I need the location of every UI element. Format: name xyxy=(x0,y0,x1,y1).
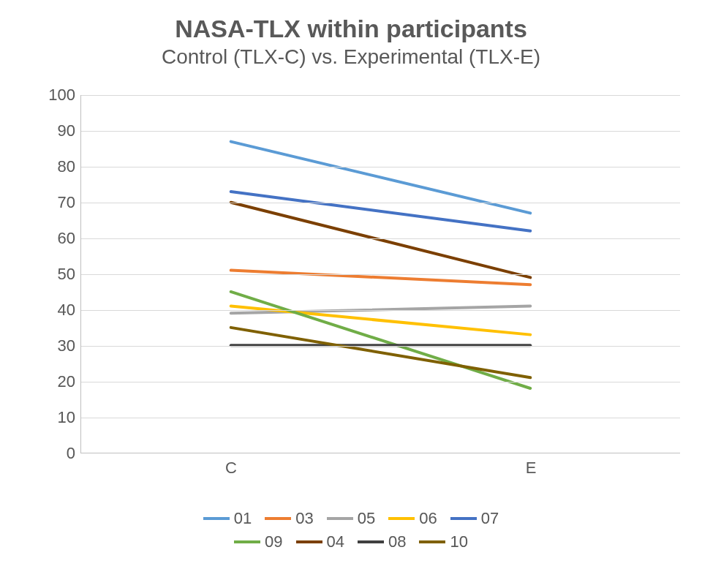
gridline xyxy=(81,238,680,239)
x-tick-label: C xyxy=(225,453,237,478)
gridline xyxy=(81,346,680,347)
legend-item-09: 09 xyxy=(234,532,282,551)
gridline xyxy=(81,203,680,203)
legend-label: 01 xyxy=(234,509,252,528)
legend-swatch xyxy=(234,540,260,543)
legend-label: 08 xyxy=(388,532,406,551)
series-line-04 xyxy=(231,203,531,278)
legend-swatch xyxy=(419,540,445,543)
legend-swatch xyxy=(358,540,384,543)
legend-row: 0103050607 xyxy=(0,509,702,528)
plot-outer: 0102030405060708090100CE xyxy=(51,95,680,475)
legend-swatch xyxy=(450,517,477,520)
y-tick-label: 90 xyxy=(58,121,81,140)
legend-swatch xyxy=(327,517,353,520)
legend-item-06: 06 xyxy=(388,509,437,528)
y-tick-label: 50 xyxy=(58,265,81,284)
series-line-07 xyxy=(231,192,531,231)
series-line-10 xyxy=(231,328,531,377)
legend-label: 03 xyxy=(295,509,313,528)
legend-label: 09 xyxy=(265,532,282,551)
gridline xyxy=(81,167,680,167)
legend-item-10: 10 xyxy=(419,532,467,551)
y-tick-label: 40 xyxy=(58,301,81,320)
y-tick-label: 10 xyxy=(58,408,81,427)
chart-subtitle: Control (TLX-C) vs. Experimental (TLX-E) xyxy=(0,45,702,69)
legend-item-01: 01 xyxy=(203,509,252,528)
gridline xyxy=(81,95,680,96)
legend: 010305060709040810 xyxy=(0,505,702,556)
y-tick-label: 70 xyxy=(58,193,81,212)
legend-label: 10 xyxy=(450,532,467,551)
legend-row: 09040810 xyxy=(0,532,702,551)
legend-item-08: 08 xyxy=(358,532,406,551)
gridline xyxy=(81,274,680,275)
legend-item-07: 07 xyxy=(450,509,499,528)
legend-label: 06 xyxy=(419,509,437,528)
series-line-03 xyxy=(231,271,531,285)
chart-container: NASA-TLX within participants Control (TL… xyxy=(0,0,702,588)
chart-title: NASA-TLX within participants xyxy=(0,15,702,43)
plot-area: 0102030405060708090100CE xyxy=(80,95,680,453)
legend-item-04: 04 xyxy=(296,532,344,551)
legend-item-03: 03 xyxy=(265,509,313,528)
y-tick-label: 20 xyxy=(58,372,81,391)
chart-titles: NASA-TLX within participants Control (TL… xyxy=(0,0,702,69)
gridline xyxy=(81,131,680,132)
y-tick-label: 0 xyxy=(67,444,81,463)
legend-swatch xyxy=(388,517,415,520)
gridline xyxy=(81,310,680,311)
y-tick-label: 100 xyxy=(48,86,81,105)
legend-label: 04 xyxy=(327,532,344,551)
legend-swatch xyxy=(296,540,322,543)
legend-swatch xyxy=(203,517,230,520)
x-tick-label: E xyxy=(526,453,537,478)
y-tick-label: 30 xyxy=(58,336,81,355)
y-tick-label: 60 xyxy=(58,229,81,248)
gridline xyxy=(81,418,680,418)
legend-item-05: 05 xyxy=(327,509,375,528)
legend-label: 05 xyxy=(358,509,375,528)
gridline xyxy=(81,382,680,382)
legend-swatch xyxy=(265,517,291,520)
y-tick-label: 80 xyxy=(58,157,81,176)
legend-label: 07 xyxy=(481,509,499,528)
